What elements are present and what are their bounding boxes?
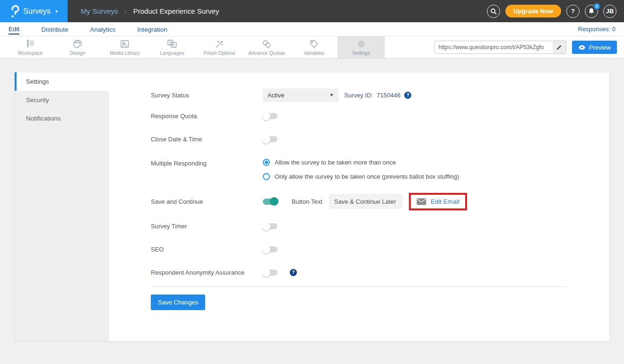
button-text-label: Button Text bbox=[292, 198, 322, 205]
help-button[interactable]: ? bbox=[566, 5, 580, 18]
toggle-knob bbox=[262, 112, 270, 121]
toolbar-label: Settings bbox=[352, 50, 370, 56]
toolbar-item-finish-options[interactable]: Finish Options bbox=[196, 36, 243, 58]
edit-email-link[interactable]: Edit Email bbox=[431, 198, 459, 205]
workspace-icon bbox=[25, 39, 35, 49]
tab-distribute[interactable]: Distribute bbox=[41, 24, 68, 34]
save-changes-button[interactable]: Save Changes bbox=[151, 295, 205, 310]
survey-timer-label: Survey Timer bbox=[151, 223, 263, 230]
survey-id-help-icon[interactable]: ? bbox=[404, 92, 411, 99]
chevron-down-icon: ▾ bbox=[55, 9, 58, 14]
radio-option-label: Allow the survey to be taken more than o… bbox=[275, 159, 396, 166]
toggle-knob bbox=[270, 197, 278, 206]
form-divider bbox=[151, 286, 566, 287]
toggle-knob bbox=[262, 222, 270, 231]
magic-wand-icon bbox=[214, 39, 225, 49]
preview-label: Preview bbox=[589, 44, 611, 51]
button-text-input[interactable] bbox=[329, 194, 402, 209]
tab-edit[interactable]: Edit bbox=[9, 24, 19, 35]
close-date-row: Close Date & Time bbox=[151, 136, 566, 143]
toolbar-label: Workspace bbox=[18, 50, 43, 56]
toolbar-item-advance-quotas[interactable]: Advance Quotas bbox=[243, 36, 290, 58]
breadcrumb-current-survey: Product Experience Survey bbox=[133, 7, 219, 15]
notifications-button[interactable]: 1 bbox=[585, 5, 598, 18]
chevron-down-icon: ▼ bbox=[329, 93, 334, 97]
survey-timer-row: Survey Timer bbox=[151, 223, 566, 230]
anonymity-row: Respondent Anonymity Assurance ? bbox=[151, 269, 566, 276]
breadcrumb-separator-icon: › bbox=[124, 8, 126, 15]
save-and-continue-toggle[interactable] bbox=[263, 199, 277, 205]
toolbar-right: Preview bbox=[434, 36, 624, 58]
anonymity-help-icon[interactable]: ? bbox=[290, 269, 297, 276]
survey-status-label: Survey Status bbox=[151, 92, 263, 99]
survey-status-value: Active bbox=[268, 92, 284, 99]
edit-url-button[interactable] bbox=[553, 41, 566, 53]
settings-gear-icon bbox=[356, 39, 366, 49]
svg-text:文: 文 bbox=[169, 40, 172, 44]
design-palette-icon bbox=[72, 39, 83, 49]
multiple-responding-row: Multiple Responding Allow the survey to … bbox=[151, 159, 566, 180]
sidebar-item-label: Settings bbox=[26, 78, 49, 85]
save-and-continue-label: Save and Continue bbox=[151, 198, 263, 205]
toolbar-item-languages[interactable]: 文 A Languages bbox=[148, 36, 196, 58]
questionpro-logo-icon bbox=[10, 5, 19, 18]
survey-id-group: Survey ID: 7150446 ? bbox=[344, 92, 411, 99]
multiple-responding-options: Allow the survey to be taken more than o… bbox=[263, 159, 459, 180]
survey-timer-toggle[interactable] bbox=[263, 223, 277, 229]
question-mark-icon: ? bbox=[571, 8, 575, 15]
section-nav: Edit Distribute Analytics Integration Re… bbox=[0, 22, 624, 36]
upgrade-now-button[interactable]: Upgrade Now bbox=[505, 5, 561, 17]
sidebar-item-settings[interactable]: Settings bbox=[15, 72, 109, 91]
toolbar-item-workspace[interactable]: Workspace bbox=[7, 36, 54, 58]
anonymity-toggle[interactable] bbox=[263, 269, 277, 276]
toolbar-label: Design bbox=[70, 50, 86, 56]
settings-sidebar: Settings Security Notifications bbox=[15, 72, 109, 341]
survey-status-row: Survey Status Active ▼ Survey ID: 715044… bbox=[151, 88, 566, 102]
search-button[interactable] bbox=[487, 5, 500, 18]
responses-count: Responses: 0 bbox=[578, 26, 616, 33]
top-header: Surveys ▾ My Surveys › Product Experienc… bbox=[0, 0, 624, 22]
seo-label: SEO bbox=[151, 246, 263, 253]
settings-panel: Settings Security Notifications Survey S… bbox=[14, 72, 610, 341]
sidebar-item-label: Notifications bbox=[26, 115, 61, 122]
survey-url-box bbox=[434, 41, 566, 54]
toggle-knob bbox=[262, 135, 270, 144]
anonymity-label: Respondent Anonymity Assurance bbox=[151, 269, 263, 276]
tab-analytics[interactable]: Analytics bbox=[90, 24, 115, 34]
toolbar-item-media-library[interactable]: Media Library bbox=[101, 36, 148, 58]
sidebar-item-notifications[interactable]: Notifications bbox=[15, 109, 109, 128]
toolbar-label: Advance Quotas bbox=[248, 50, 285, 56]
survey-url-input[interactable] bbox=[434, 44, 553, 51]
seo-row: SEO bbox=[151, 246, 566, 253]
toolbar-label: Languages bbox=[160, 50, 184, 56]
toolbar-item-design[interactable]: Design bbox=[54, 36, 101, 58]
multiple-responding-label: Multiple Responding bbox=[151, 159, 263, 167]
chain-link-icon bbox=[261, 39, 272, 49]
toolbar-label: Variables bbox=[304, 50, 324, 56]
product-switcher[interactable]: Surveys ▾ bbox=[0, 0, 68, 22]
edit-toolbar: Workspace Design Media Library 文 A Langu… bbox=[0, 36, 624, 59]
radio-option-only-once[interactable]: Only allow the survey to be taken once (… bbox=[263, 173, 459, 180]
toolbar-item-variables[interactable]: Variables bbox=[290, 36, 338, 58]
sidebar-item-security[interactable]: Security bbox=[15, 91, 109, 109]
response-quota-row: Response Quota bbox=[151, 113, 566, 120]
tag-icon bbox=[309, 39, 319, 49]
seo-toggle[interactable] bbox=[263, 246, 277, 252]
toolbar-label: Media Library bbox=[110, 50, 140, 56]
user-avatar[interactable]: JB bbox=[603, 5, 616, 18]
breadcrumb: My Surveys › Product Experience Survey bbox=[81, 7, 219, 15]
survey-status-dropdown[interactable]: Active ▼ bbox=[263, 88, 338, 102]
close-date-toggle[interactable] bbox=[263, 136, 277, 142]
close-date-label: Close Date & Time bbox=[151, 136, 263, 143]
tab-integration[interactable]: Integration bbox=[137, 24, 167, 34]
radio-option-label: Only allow the survey to be taken once (… bbox=[275, 173, 459, 180]
radio-option-allow-multiple[interactable]: Allow the survey to be taken more than o… bbox=[263, 159, 459, 166]
preview-button[interactable]: Preview bbox=[572, 41, 617, 54]
search-icon bbox=[490, 8, 497, 15]
header-actions: Upgrade Now ? 1 JB bbox=[487, 5, 624, 18]
product-label: Surveys bbox=[23, 7, 51, 16]
toolbar-label: Finish Options bbox=[203, 50, 235, 56]
response-quota-toggle[interactable] bbox=[263, 113, 277, 119]
toolbar-item-settings[interactable]: Settings bbox=[338, 36, 385, 58]
breadcrumb-my-surveys[interactable]: My Surveys bbox=[81, 7, 118, 15]
